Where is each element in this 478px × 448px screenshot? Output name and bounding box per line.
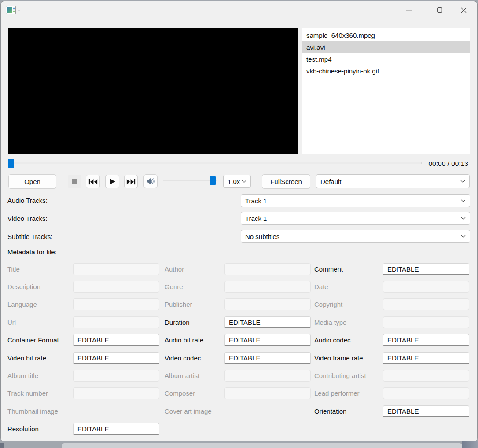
video-track-select[interactable]: Track 1	[241, 212, 470, 225]
metadata-field-label: Publisher	[165, 301, 224, 308]
minimize-button[interactable]	[399, 1, 419, 19]
metadata-input[interactable]: EDITABLE	[73, 352, 159, 364]
chevron-down-icon	[460, 180, 465, 183]
list-item[interactable]: test.mp4	[302, 53, 470, 65]
play-button[interactable]	[105, 175, 119, 188]
time-display: 00:00 / 00:13	[429, 160, 469, 168]
metadata-input-disabled	[383, 316, 469, 328]
metadata-field-label: Contributing artist	[314, 372, 383, 379]
fullscreen-button[interactable]: FullScreen	[262, 174, 310, 189]
metadata-input[interactable]: EDITABLE	[73, 334, 159, 346]
metadata-header: Metadata for file:	[7, 248, 57, 256]
metadata-field-label: Author	[165, 265, 224, 273]
metadata-field-label: Thumbnail image	[7, 408, 73, 415]
playback-speed-select[interactable]: 1.0x	[223, 175, 251, 188]
metadata-field-label: Url	[7, 319, 73, 326]
metadata-input-disabled	[73, 370, 159, 382]
metadata-input[interactable]: EDITABLE	[383, 334, 469, 346]
volume-icon	[146, 178, 155, 185]
skip-next-icon	[126, 179, 136, 185]
metadata-field-label: Duration	[165, 319, 224, 326]
metadata-field-label: Audio bit rate	[165, 336, 224, 344]
background-notch	[0, 443, 4, 448]
metadata-input[interactable]: EDITABLE	[224, 334, 311, 346]
metadata-input-disabled	[224, 387, 311, 399]
metadata-input[interactable]: EDITABLE	[383, 405, 469, 417]
metadata-field-label: Cover art image	[165, 408, 224, 415]
color-mode-value: Default	[320, 178, 342, 185]
metadata-input[interactable]: EDITABLE	[224, 316, 311, 328]
playlist[interactable]: sample_640x360.mpegavi.avitest.mp4vkb-ch…	[302, 28, 470, 154]
metadata-field-label: Genre	[165, 283, 224, 290]
metadata-field-label: Description	[7, 283, 73, 290]
metadata-input[interactable]: EDITABLE	[383, 263, 469, 275]
seek-slider[interactable]	[8, 162, 422, 164]
next-button[interactable]	[124, 175, 138, 188]
metadata-input-disabled	[73, 281, 159, 293]
chevron-down-icon	[461, 217, 466, 220]
background-corner	[462, 441, 478, 448]
media-player-window: - sample_640x360.mpegavi.avitest.mp4vkb-…	[0, 1, 478, 441]
metadata-field-label: Audio codec	[314, 336, 383, 344]
list-item[interactable]: sample_640x360.mpeg	[302, 29, 470, 41]
chevron-down-icon	[461, 235, 466, 238]
metadata-input-disabled	[73, 316, 159, 328]
metadata-input-disabled	[224, 263, 311, 275]
audio-track-select[interactable]: Track 1	[241, 194, 470, 207]
metadata-input-disabled	[383, 387, 469, 399]
metadata-field-label: Date	[314, 283, 383, 290]
metadata-input[interactable]: EDITABLE	[73, 423, 159, 435]
app-icon	[6, 6, 16, 14]
playback-speed-value: 1.0x	[228, 178, 240, 185]
audio-track-value: Track 1	[245, 197, 267, 205]
metadata-field-label: Video bit rate	[7, 354, 73, 362]
play-icon	[109, 178, 115, 185]
background-window-bar	[62, 443, 462, 448]
metadata-field-label: Video codec	[165, 354, 224, 362]
metadata-field-label: Title	[7, 265, 73, 273]
volume-mute-button[interactable]	[143, 174, 158, 188]
metadata-input[interactable]: EDITABLE	[224, 352, 311, 364]
maximize-button[interactable]	[430, 1, 450, 19]
stop-icon	[72, 179, 77, 184]
metadata-input-disabled	[224, 298, 311, 310]
video-track-value: Track 1	[245, 215, 267, 222]
window-title: -	[18, 6, 20, 13]
metadata-input-disabled	[73, 263, 159, 275]
metadata-input-disabled	[73, 387, 159, 399]
metadata-input[interactable]: EDITABLE	[383, 352, 469, 364]
metadata-grid: TitleAuthorCommentEDITABLEDescriptionGen…	[7, 260, 470, 438]
maximize-icon	[437, 7, 442, 13]
subtitle-track-select[interactable]: No subtitles	[241, 230, 470, 243]
previous-button[interactable]	[86, 175, 100, 188]
metadata-input-disabled	[224, 370, 311, 382]
metadata-input-disabled	[73, 298, 159, 310]
seek-slider-handle[interactable]	[8, 159, 14, 168]
metadata-field-label: Copyright	[314, 301, 383, 308]
stop-button[interactable]	[68, 175, 81, 188]
chevron-down-icon	[461, 199, 466, 202]
subtitle-track-value: No subtitles	[245, 233, 279, 240]
metadata-field-label: Track number	[7, 389, 73, 397]
color-mode-select[interactable]: Default	[316, 174, 470, 188]
metadata-field-label: Video frame rate	[314, 354, 383, 362]
minimize-icon	[406, 10, 412, 11]
close-icon	[461, 7, 467, 13]
metadata-field-label: Lead performer	[314, 389, 383, 397]
metadata-field-label: Album title	[7, 372, 73, 379]
list-item[interactable]: avi.avi	[302, 41, 470, 53]
skip-previous-icon	[88, 179, 98, 185]
volume-slider-handle[interactable]	[210, 176, 216, 185]
metadata-field-label: Resolution	[7, 425, 73, 433]
metadata-field-label: Orientation	[314, 408, 383, 415]
subtitle-tracks-label: Subtitle Tracks:	[7, 233, 53, 240]
open-button[interactable]: Open	[8, 174, 56, 189]
metadata-input-disabled	[383, 298, 469, 310]
metadata-input-disabled	[383, 370, 469, 382]
metadata-field-label: Media type	[314, 319, 383, 326]
metadata-input-disabled	[383, 281, 469, 293]
close-button[interactable]	[453, 1, 474, 19]
list-item[interactable]: vkb-chinese-pinyin-ok.gif	[302, 65, 470, 77]
video-tracks-label: Video Tracks:	[7, 215, 48, 222]
metadata-field-label: Album artist	[165, 372, 224, 379]
